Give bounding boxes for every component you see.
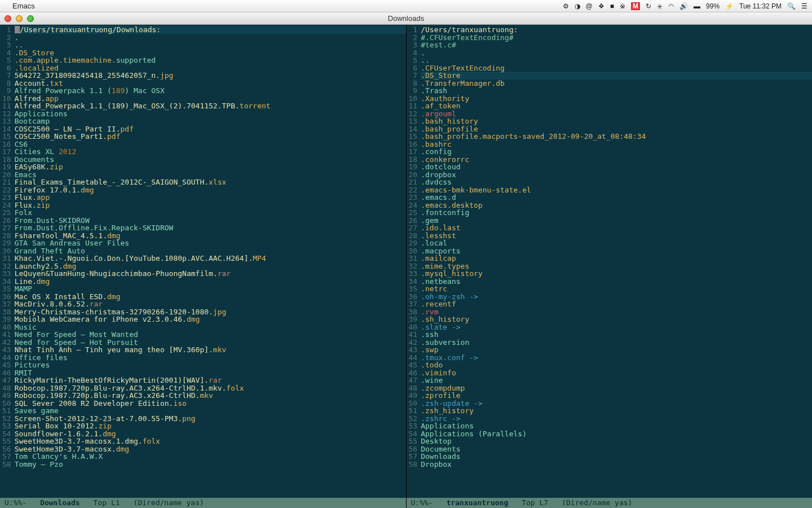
dired-entry[interactable]: .ido.last	[421, 224, 812, 232]
dired-entry[interactable]: Soundflower-1.6.2.1.dmg	[15, 430, 406, 438]
notification-center-icon[interactable]: ☰	[801, 2, 807, 10]
dired-entry[interactable]: .	[421, 49, 812, 57]
dired-entry[interactable]: .ssh	[421, 331, 812, 339]
right-pane[interactable]: 1234567891011121314151617181920212223242…	[406, 25, 813, 508]
dired-entry[interactable]: .DS_Store	[15, 49, 406, 57]
battery-icon[interactable]: ▬	[694, 2, 700, 10]
status-icon[interactable]: ■	[610, 2, 614, 10]
dired-entry[interactable]: Screen-Shot-2012-12-23-at-7.00.55-PM3.pn…	[15, 415, 406, 423]
dired-entry[interactable]: .netbeans	[421, 278, 812, 286]
dired-entry[interactable]: 564272_3718098245418_255462057_n.jpg	[15, 72, 406, 80]
dired-entry[interactable]: Need For Speed – Most Wanted	[15, 331, 406, 339]
dired-entry[interactable]: .emacs-bmk-bmenu-state.el	[421, 186, 812, 194]
dired-entry[interactable]: .localized	[15, 64, 406, 72]
dired-entry[interactable]: .dvdcss	[421, 178, 812, 186]
dired-entry[interactable]: Desktop	[421, 437, 812, 445]
status-icon[interactable]: ⚙	[563, 2, 569, 10]
dired-entry[interactable]: .swp	[421, 346, 812, 354]
dired-entry[interactable]: .CFUserTextEncoding	[421, 64, 812, 72]
dired-entry[interactable]: Need for Speed – Hot Pursuit	[15, 339, 406, 347]
dired-entry[interactable]: EASy68K.zip	[15, 163, 406, 171]
dired-entry[interactable]: Mac OS X Install ESD.dmg	[15, 293, 406, 301]
dired-entry[interactable]: Music	[15, 323, 406, 331]
dired-entry[interactable]: Line.dmg	[15, 278, 406, 286]
dired-entry[interactable]: .bash_history	[421, 117, 812, 125]
dired-entry[interactable]: .mailcap	[421, 255, 812, 262]
dired-entry[interactable]: Serial Box 10-2012.zip	[15, 422, 406, 430]
dired-entry[interactable]: /Users/tranxuantruong:	[421, 26, 812, 34]
left-pane[interactable]: 1234567891011121314151617181920212223242…	[0, 25, 406, 508]
dired-entry[interactable]: .todo	[421, 361, 812, 369]
dired-entry[interactable]: Documents	[421, 445, 812, 453]
dired-entry[interactable]: Flux.app	[15, 194, 406, 202]
dired-entry[interactable]: .gem	[421, 217, 812, 225]
dired-entry[interactable]: SweetHome3D-3.7-macosx.1.dmg.folx	[15, 437, 406, 445]
dired-entry[interactable]: .zsh_history	[421, 407, 812, 415]
dired-entry[interactable]: .af_token	[421, 102, 812, 110]
dired-entry[interactable]: COSC2500 – LN – Part II.pdf	[15, 125, 406, 133]
dired-entry[interactable]: FshareTool_MAC_4.5.1.dmg	[15, 232, 406, 240]
dired-entry[interactable]: .dropbox	[421, 171, 812, 179]
dired-entry[interactable]: .macports	[421, 247, 812, 255]
dired-entry[interactable]: .conkerorrc	[421, 156, 812, 164]
dired-entry[interactable]: RickyMartin-TheBestOfRickyMartin(2001)[W…	[15, 376, 406, 384]
dired-entry[interactable]: .config	[421, 148, 812, 156]
dired-entry[interactable]: Cities XL 2012	[15, 148, 406, 156]
dired-entry[interactable]: Account.txt	[15, 80, 406, 87]
dired-entry[interactable]: .wine	[421, 376, 812, 384]
dired-entry[interactable]: .DS_Store	[421, 72, 812, 80]
dired-entry[interactable]: From.Dust.Offline.Fix.Repack-SKIDROW	[15, 224, 406, 232]
dired-entry[interactable]: From.Dust-SKIDROW	[15, 217, 406, 225]
dired-entry[interactable]: .emacs.desktop	[421, 202, 812, 209]
dired-entry[interactable]: RMIT	[15, 369, 406, 377]
status-icon[interactable]: ※	[620, 2, 625, 10]
dired-entry[interactable]: Final_Exams_Timetable_-_2012C-_SAIGON_SO…	[15, 178, 406, 186]
dired-entry[interactable]: Alfred_Powerpack_1.1_(189)_Mac_OSX_(2).7…	[15, 102, 406, 110]
dired-entry[interactable]: Dropbox	[421, 461, 812, 468]
dired-entry[interactable]: .bash_profile.macports-saved_2012-09-20_…	[421, 133, 812, 141]
dired-entry[interactable]: .tmux.conf ->	[421, 354, 812, 362]
dired-entry[interactable]: COSC2500_Notes_Part1.pdf	[15, 133, 406, 141]
close-button[interactable]	[5, 15, 11, 22]
dired-entry[interactable]: ..	[15, 41, 406, 49]
window-titlebar[interactable]: Downloads	[0, 12, 812, 25]
status-icon[interactable]: ↻	[646, 2, 651, 10]
dired-entry[interactable]: .argouml	[421, 110, 812, 118]
dired-entry[interactable]: .viminfo	[421, 369, 812, 377]
dired-entry[interactable]: Applications (Parallels)	[421, 430, 812, 438]
dired-entry[interactable]: Documents	[15, 156, 406, 164]
dired-entry[interactable]: .zprofile	[421, 392, 812, 400]
dired-entry[interactable]: Emacs	[15, 171, 406, 179]
dired-entry[interactable]: .mime.types	[421, 262, 812, 270]
dired-entry[interactable]: SQL Sever 2008 R2 Developer Edition.iso	[15, 400, 406, 408]
dired-entry[interactable]: .recentf	[421, 300, 812, 308]
dired-entry[interactable]: .lesshst	[421, 232, 812, 240]
dired-entry[interactable]: Tom Clancy's H.A.W.X	[15, 453, 406, 461]
dired-entry[interactable]: .local	[421, 239, 812, 247]
dired-entry[interactable]: CS6	[15, 141, 406, 148]
app-menu-name[interactable]: Emacs	[12, 2, 35, 10]
dired-entry[interactable]: Robocop.1987.720p.Blu-ray.AC3.x264-CtrlH…	[15, 384, 406, 392]
dired-entry[interactable]: Applications	[421, 422, 812, 430]
dired-entry[interactable]: /Users/tranxuantruong/Downloads:	[15, 26, 406, 34]
dired-entry[interactable]: .bash_profile	[421, 125, 812, 133]
dired-entry[interactable]: Folx	[15, 209, 406, 217]
wifi-icon[interactable]: ◠	[668, 2, 674, 10]
dired-entry[interactable]: Mobiola WebCamera for iPhone v2.3.0.46.d…	[15, 316, 406, 323]
dired-entry[interactable]: .subversion	[421, 339, 812, 347]
dired-entry[interactable]: .mysql_history	[421, 270, 812, 278]
minimize-button[interactable]	[16, 15, 23, 22]
dired-entry[interactable]: #test.c#	[421, 41, 812, 49]
dired-entry[interactable]: Robocop.1987.720p.Blu-ray.AC3.x264-CtrlH…	[15, 392, 406, 400]
dired-entry[interactable]: MacDriv.8.0.6.52.rar	[15, 300, 406, 308]
status-icon[interactable]: M	[631, 2, 640, 10]
dired-entry[interactable]: SweetHome3D-3.7-macosx.dmg	[15, 445, 406, 453]
dired-entry[interactable]: Firefox 17.0.1.dmg	[15, 186, 406, 194]
dired-entry[interactable]: Grand Theft Auto	[15, 247, 406, 255]
dired-entry[interactable]: .Trash	[421, 87, 812, 95]
dired-entry[interactable]: GTA San Andreas User Files	[15, 239, 406, 247]
spotlight-icon[interactable]: 🔍	[787, 2, 796, 10]
dired-entry[interactable]: ..	[421, 56, 812, 64]
dired-entry[interactable]: .oh-my-zsh ->	[421, 293, 812, 301]
dired-entry[interactable]: Merry-Christmas-christmas-32790266-1920-…	[15, 308, 406, 316]
